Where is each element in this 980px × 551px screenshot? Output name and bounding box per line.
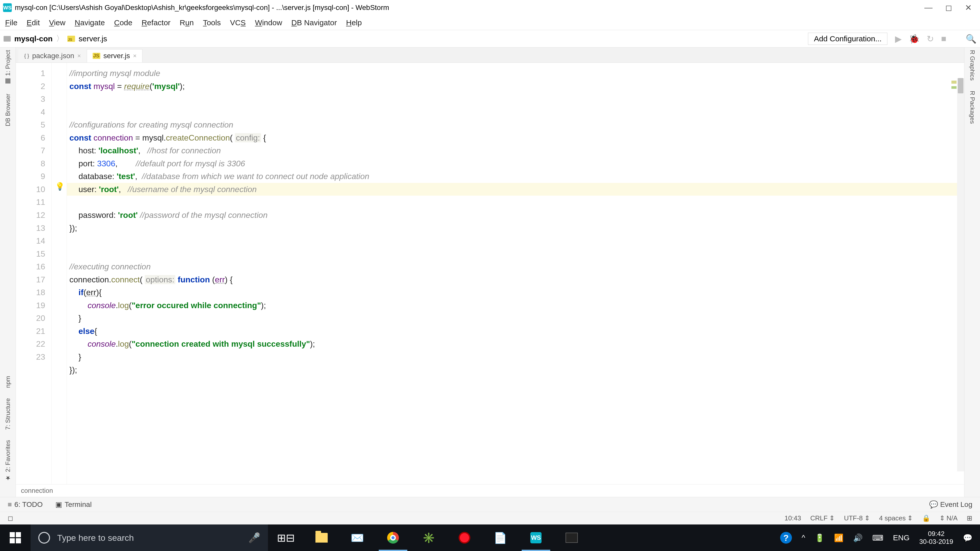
tool-terminal[interactable]: ▣ Terminal xyxy=(56,500,92,509)
menu-db-navigator[interactable]: DB Navigator xyxy=(291,18,337,27)
json-file-icon: { } xyxy=(24,53,29,59)
editor-tabs: { } package.json × JS server.js × xyxy=(16,48,964,63)
notepad-icon[interactable]: 📄 xyxy=(482,524,518,551)
code-editor[interactable]: 1 2 3 4 5 6 7 8 9 10 11 12 13 14 15 16 1… xyxy=(16,63,964,484)
keyboard-icon[interactable]: ⌨ xyxy=(872,534,883,542)
bottom-tool-bar: ≡ 6: TODO ▣ Terminal 💬 Event Log xyxy=(0,497,980,512)
close-tab-icon[interactable]: × xyxy=(77,52,81,59)
taskbar-apps: ⊞⊟ ✉️ ✳️ 📄 WS xyxy=(268,524,590,551)
language-indicator[interactable]: ENG xyxy=(893,534,910,542)
mail-icon[interactable]: ✉️ xyxy=(339,524,375,551)
tool-todo[interactable]: ≡ 6: TODO xyxy=(8,500,43,509)
windows-taskbar: Type here to search 🎤 ⊞⊟ ✉️ ✳️ 📄 WS ? ^ … xyxy=(0,524,980,551)
info-stripe[interactable] xyxy=(951,86,956,89)
action-center-icon[interactable]: 💬 xyxy=(963,534,972,542)
menu-refactor[interactable]: Refactor xyxy=(142,18,170,27)
js-file-icon: JS xyxy=(93,53,100,59)
status-encoding[interactable]: UTF-8 ⇕ xyxy=(844,514,870,522)
search-everywhere-icon[interactable]: 🔍 xyxy=(966,34,977,44)
status-readonly-icon[interactable]: 🔒 xyxy=(922,514,930,522)
status-bar: ◻ 10:43 CRLF ⇕ UTF-8 ⇕ 4 spaces ⇕ 🔒 ⇕ N/… xyxy=(0,512,980,524)
microphone-icon[interactable]: 🎤 xyxy=(248,532,260,543)
menu-help[interactable]: Help xyxy=(346,18,362,27)
menu-navigate[interactable]: Navigate xyxy=(75,18,105,27)
intention-bulb-icon[interactable]: 💡 xyxy=(55,182,65,191)
right-tool-strip: R Graphics R Packages xyxy=(964,48,980,497)
taskbar-search[interactable]: Type here to search 🎤 xyxy=(30,524,268,551)
coverage-icon[interactable]: ↻ xyxy=(927,34,934,44)
status-time: 10:43 xyxy=(784,514,801,522)
start-button[interactable] xyxy=(0,524,30,551)
left-tool-strip: 1: Project DB Browser npm 7: Structure ★… xyxy=(0,48,16,497)
menu-window[interactable]: Window xyxy=(255,18,282,27)
menu-tools[interactable]: Tools xyxy=(203,18,221,27)
slack-icon[interactable]: ✳️ xyxy=(411,524,447,551)
taskbar-clock[interactable]: 09:42 30-03-2019 xyxy=(919,530,953,546)
wifi-icon[interactable]: 📶 xyxy=(834,534,843,542)
navigation-bar: mysql-con 〉 JS server.js Add Configurati… xyxy=(0,30,980,48)
tool-npm[interactable]: npm xyxy=(4,376,11,388)
window-titlebar: WS mysql-con [C:\Users\Ashish Goyal\Desk… xyxy=(0,0,980,15)
tool-r-packages[interactable]: R Packages xyxy=(969,91,976,124)
breadcrumb-file[interactable]: server.js xyxy=(79,35,107,43)
volume-icon[interactable]: 🔊 xyxy=(853,534,862,542)
tool-db-browser[interactable]: DB Browser xyxy=(4,94,11,126)
system-tray: ? ^ 🔋 📶 🔊 ⌨ ENG 09:42 30-03-2019 💬 xyxy=(773,530,980,546)
file-explorer-icon[interactable] xyxy=(304,524,339,551)
tab-server-js[interactable]: JS server.js × xyxy=(87,49,142,62)
menu-run[interactable]: Run xyxy=(180,18,194,27)
menu-bar: File Edit View Navigate Code Refactor Ru… xyxy=(0,15,980,30)
breadcrumb: mysql-con 〉 JS server.js xyxy=(3,33,107,44)
status-memory-icon[interactable]: ⊞ xyxy=(967,514,972,522)
tool-project[interactable]: 1: Project xyxy=(4,50,11,83)
tab-package-json[interactable]: { } package.json × xyxy=(18,49,87,62)
chrome-icon[interactable] xyxy=(375,524,411,551)
webstorm-app-icon: WS xyxy=(3,3,12,12)
debug-icon[interactable]: 🐞 xyxy=(909,34,920,44)
status-indent[interactable]: 4 spaces ⇕ xyxy=(879,514,913,522)
folder-icon xyxy=(3,36,11,41)
gutter-marks: 💡 xyxy=(52,63,67,484)
menu-view[interactable]: View xyxy=(49,18,65,27)
tool-r-graphics[interactable]: R Graphics xyxy=(969,50,976,81)
vertical-scrollbar[interactable] xyxy=(957,78,964,472)
warning-stripe[interactable] xyxy=(951,81,956,84)
minimize-button[interactable]: — xyxy=(924,3,932,13)
breadcrumb-project[interactable]: mysql-con xyxy=(14,35,52,43)
js-file-icon: JS xyxy=(67,36,75,42)
cortana-icon xyxy=(38,532,50,544)
code-area[interactable]: //importing mysql module const mysql = r… xyxy=(67,63,964,484)
battery-icon[interactable]: 🔋 xyxy=(815,534,824,542)
run-icon[interactable]: ▶ xyxy=(895,34,902,44)
close-button[interactable]: ✕ xyxy=(965,3,972,13)
maximize-button[interactable]: ◻ xyxy=(945,3,952,13)
status-inspection[interactable]: ⇕ N/A xyxy=(939,514,958,522)
status-tool-window-quick-access-icon[interactable]: ◻ xyxy=(8,514,13,522)
tool-structure[interactable]: 7: Structure xyxy=(4,398,11,430)
status-line-separator[interactable]: CRLF ⇕ xyxy=(810,514,835,522)
line-number-gutter: 1 2 3 4 5 6 7 8 9 10 11 12 13 14 15 16 1… xyxy=(16,63,52,484)
get-help-icon[interactable]: ? xyxy=(780,532,792,544)
search-placeholder: Type here to search xyxy=(57,533,134,543)
menu-code[interactable]: Code xyxy=(114,18,132,27)
add-configuration-button[interactable]: Add Configuration... xyxy=(808,33,887,45)
editor: { } package.json × JS server.js × 1 2 3 … xyxy=(16,48,964,497)
tool-favorites[interactable]: ★ 2: Favorites xyxy=(4,440,11,482)
editor-breadcrumb[interactable]: connection xyxy=(16,484,964,497)
windows-logo-icon xyxy=(10,532,21,543)
window-title: mysql-con [C:\Users\Ashish Goyal\Desktop… xyxy=(15,3,389,12)
stop-icon[interactable]: ■ xyxy=(941,34,946,44)
menu-file[interactable]: File xyxy=(5,18,18,27)
task-view-icon[interactable]: ⊞⊟ xyxy=(268,524,304,551)
chevron-right-icon: 〉 xyxy=(56,33,64,44)
opera-icon[interactable] xyxy=(447,524,482,551)
terminal-app-icon[interactable] xyxy=(554,524,590,551)
tray-overflow-icon[interactable]: ^ xyxy=(802,534,805,542)
menu-vcs[interactable]: VCS xyxy=(230,18,246,27)
tool-event-log[interactable]: 💬 Event Log xyxy=(929,500,972,509)
close-tab-icon[interactable]: × xyxy=(133,52,137,59)
webstorm-taskbar-icon[interactable]: WS xyxy=(518,524,554,551)
menu-edit[interactable]: Edit xyxy=(27,18,40,27)
